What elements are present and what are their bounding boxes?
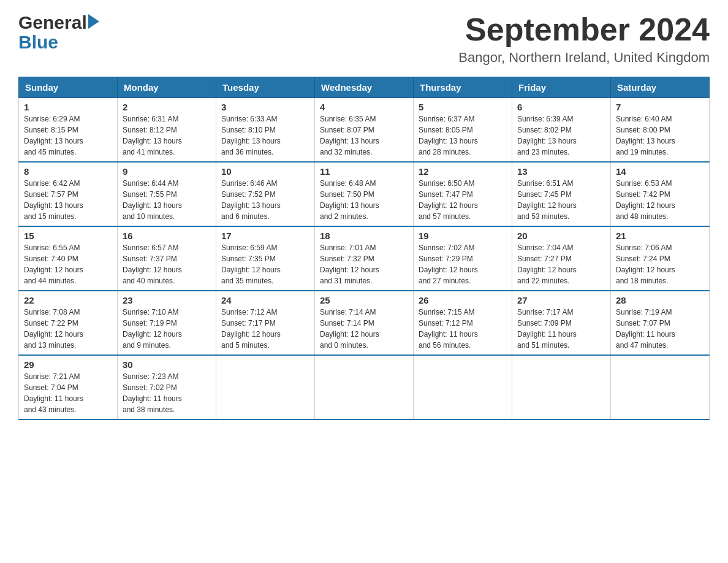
calendar-cell: 16Sunrise: 6:57 AMSunset: 7:37 PMDayligh… xyxy=(118,226,216,291)
calendar-cell xyxy=(414,355,512,419)
calendar-cell: 23Sunrise: 7:10 AMSunset: 7:19 PMDayligh… xyxy=(118,291,216,355)
calendar-cell: 8Sunrise: 6:42 AMSunset: 7:57 PMDaylight… xyxy=(19,162,118,226)
day-number: 10 xyxy=(221,166,309,177)
calendar-cell: 26Sunrise: 7:15 AMSunset: 7:12 PMDayligh… xyxy=(414,291,512,355)
calendar-cell: 3Sunrise: 6:33 AMSunset: 8:10 PMDaylight… xyxy=(216,98,315,163)
day-info: Sunrise: 7:19 AMSunset: 7:07 PMDaylight:… xyxy=(616,307,704,351)
day-number: 28 xyxy=(616,295,704,305)
calendar-cell: 5Sunrise: 6:37 AMSunset: 8:05 PMDaylight… xyxy=(414,98,512,163)
day-number: 5 xyxy=(419,102,507,112)
day-info: Sunrise: 7:12 AMSunset: 7:17 PMDaylight:… xyxy=(221,307,309,351)
day-number: 21 xyxy=(616,231,704,241)
day-number: 2 xyxy=(123,102,211,112)
day-number: 11 xyxy=(320,166,408,177)
calendar-cell: 25Sunrise: 7:14 AMSunset: 7:14 PMDayligh… xyxy=(315,291,414,355)
calendar-week-3: 15Sunrise: 6:55 AMSunset: 7:40 PMDayligh… xyxy=(19,226,710,291)
calendar-header: Sunday Monday Tuesday Wednesday Thursday… xyxy=(19,77,710,98)
day-number: 3 xyxy=(221,102,309,112)
day-info: Sunrise: 6:42 AMSunset: 7:57 PMDaylight:… xyxy=(24,178,112,222)
calendar-cell: 20Sunrise: 7:04 AMSunset: 7:27 PMDayligh… xyxy=(512,226,611,291)
day-number: 8 xyxy=(24,166,112,177)
day-info: Sunrise: 7:21 AMSunset: 7:04 PMDaylight:… xyxy=(24,371,112,415)
calendar-cell: 21Sunrise: 7:06 AMSunset: 7:24 PMDayligh… xyxy=(611,226,710,291)
calendar-subtitle: Bangor, Northern Ireland, United Kingdom xyxy=(458,50,710,66)
day-info: Sunrise: 7:17 AMSunset: 7:09 PMDaylight:… xyxy=(517,307,605,351)
day-number: 15 xyxy=(24,231,112,241)
calendar-cell: 24Sunrise: 7:12 AMSunset: 7:17 PMDayligh… xyxy=(216,291,315,355)
calendar-cell xyxy=(611,355,710,419)
title-area: September 2024 Bangor, Northern Ireland,… xyxy=(458,12,710,66)
day-number: 14 xyxy=(616,166,704,177)
day-info: Sunrise: 6:59 AMSunset: 7:35 PMDaylight:… xyxy=(221,242,309,286)
calendar-cell: 28Sunrise: 7:19 AMSunset: 7:07 PMDayligh… xyxy=(611,291,710,355)
logo-arrow-icon xyxy=(88,14,99,29)
logo: General Blue xyxy=(18,12,99,52)
day-number: 24 xyxy=(221,295,309,305)
day-number: 19 xyxy=(419,231,507,241)
day-info: Sunrise: 6:46 AMSunset: 7:52 PMDaylight:… xyxy=(221,178,309,222)
calendar-cell: 15Sunrise: 6:55 AMSunset: 7:40 PMDayligh… xyxy=(19,226,118,291)
col-tuesday: Tuesday xyxy=(216,77,315,98)
day-number: 6 xyxy=(517,102,605,112)
calendar-cell: 4Sunrise: 6:35 AMSunset: 8:07 PMDaylight… xyxy=(315,98,414,163)
day-number: 1 xyxy=(24,102,112,112)
calendar-cell: 17Sunrise: 6:59 AMSunset: 7:35 PMDayligh… xyxy=(216,226,315,291)
calendar-title: September 2024 xyxy=(458,12,710,47)
day-number: 29 xyxy=(24,359,112,370)
calendar-table: Sunday Monday Tuesday Wednesday Thursday… xyxy=(18,77,710,420)
day-info: Sunrise: 7:10 AMSunset: 7:19 PMDaylight:… xyxy=(123,307,211,351)
day-number: 27 xyxy=(517,295,605,305)
calendar-cell xyxy=(315,355,414,419)
day-number: 25 xyxy=(320,295,408,305)
col-saturday: Saturday xyxy=(611,77,710,98)
day-number: 30 xyxy=(123,359,211,370)
calendar-week-5: 29Sunrise: 7:21 AMSunset: 7:04 PMDayligh… xyxy=(19,355,710,419)
calendar-cell: 12Sunrise: 6:50 AMSunset: 7:47 PMDayligh… xyxy=(414,162,512,226)
day-info: Sunrise: 6:51 AMSunset: 7:45 PMDaylight:… xyxy=(517,178,605,222)
day-info: Sunrise: 6:44 AMSunset: 7:55 PMDaylight:… xyxy=(123,178,211,222)
day-info: Sunrise: 7:02 AMSunset: 7:29 PMDaylight:… xyxy=(419,242,507,286)
day-info: Sunrise: 6:57 AMSunset: 7:37 PMDaylight:… xyxy=(123,242,211,286)
calendar-cell: 18Sunrise: 7:01 AMSunset: 7:32 PMDayligh… xyxy=(315,226,414,291)
day-info: Sunrise: 6:35 AMSunset: 8:07 PMDaylight:… xyxy=(320,113,408,158)
day-info: Sunrise: 6:29 AMSunset: 8:15 PMDaylight:… xyxy=(24,113,112,158)
day-number: 13 xyxy=(517,166,605,177)
col-friday: Friday xyxy=(512,77,611,98)
day-number: 12 xyxy=(419,166,507,177)
calendar-cell: 2Sunrise: 6:31 AMSunset: 8:12 PMDaylight… xyxy=(118,98,216,163)
calendar-cell: 10Sunrise: 6:46 AMSunset: 7:52 PMDayligh… xyxy=(216,162,315,226)
calendar-cell: 13Sunrise: 6:51 AMSunset: 7:45 PMDayligh… xyxy=(512,162,611,226)
calendar-cell: 22Sunrise: 7:08 AMSunset: 7:22 PMDayligh… xyxy=(19,291,118,355)
day-info: Sunrise: 6:48 AMSunset: 7:50 PMDaylight:… xyxy=(320,178,408,222)
day-info: Sunrise: 7:23 AMSunset: 7:02 PMDaylight:… xyxy=(123,371,211,415)
header-row: Sunday Monday Tuesday Wednesday Thursday… xyxy=(19,77,710,98)
day-info: Sunrise: 6:31 AMSunset: 8:12 PMDaylight:… xyxy=(123,113,211,158)
calendar-cell: 27Sunrise: 7:17 AMSunset: 7:09 PMDayligh… xyxy=(512,291,611,355)
day-info: Sunrise: 6:55 AMSunset: 7:40 PMDaylight:… xyxy=(24,242,112,286)
calendar-cell xyxy=(512,355,611,419)
col-monday: Monday xyxy=(118,77,216,98)
day-info: Sunrise: 6:39 AMSunset: 8:02 PMDaylight:… xyxy=(517,113,605,158)
calendar-cell: 6Sunrise: 6:39 AMSunset: 8:02 PMDaylight… xyxy=(512,98,611,163)
day-info: Sunrise: 6:40 AMSunset: 8:00 PMDaylight:… xyxy=(616,113,704,158)
calendar-cell: 30Sunrise: 7:23 AMSunset: 7:02 PMDayligh… xyxy=(118,355,216,419)
calendar-cell: 7Sunrise: 6:40 AMSunset: 8:00 PMDaylight… xyxy=(611,98,710,163)
day-info: Sunrise: 7:15 AMSunset: 7:12 PMDaylight:… xyxy=(419,307,507,351)
logo-general-text: General xyxy=(18,12,87,33)
calendar-week-4: 22Sunrise: 7:08 AMSunset: 7:22 PMDayligh… xyxy=(19,291,710,355)
day-number: 20 xyxy=(517,231,605,241)
col-wednesday: Wednesday xyxy=(315,77,414,98)
header: General Blue September 2024 Bangor, Nort… xyxy=(18,12,710,66)
day-number: 9 xyxy=(123,166,211,177)
day-info: Sunrise: 6:50 AMSunset: 7:47 PMDaylight:… xyxy=(419,178,507,222)
calendar-cell: 19Sunrise: 7:02 AMSunset: 7:29 PMDayligh… xyxy=(414,226,512,291)
day-info: Sunrise: 7:01 AMSunset: 7:32 PMDaylight:… xyxy=(320,242,408,286)
day-number: 7 xyxy=(616,102,704,112)
col-sunday: Sunday xyxy=(19,77,118,98)
day-info: Sunrise: 7:08 AMSunset: 7:22 PMDaylight:… xyxy=(24,307,112,351)
col-thursday: Thursday xyxy=(414,77,512,98)
calendar-cell: 9Sunrise: 6:44 AMSunset: 7:55 PMDaylight… xyxy=(118,162,216,226)
day-number: 23 xyxy=(123,295,211,305)
day-number: 17 xyxy=(221,231,309,241)
calendar-cell: 1Sunrise: 6:29 AMSunset: 8:15 PMDaylight… xyxy=(19,98,118,163)
